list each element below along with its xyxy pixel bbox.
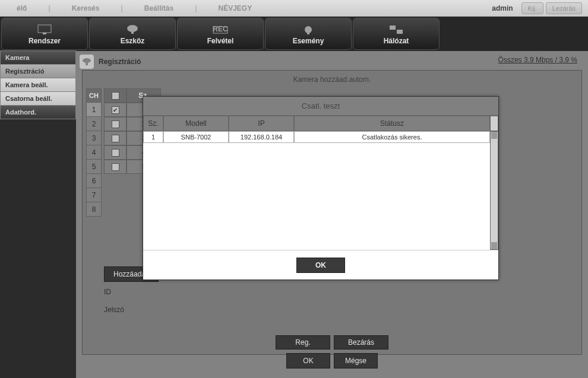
hdr-sz: Sz. [143,116,163,131]
cell-ip: 192.168.0.184 [229,131,294,143]
scroll-up-icon[interactable] [491,132,497,139]
cell-status: Csatlakozás sikeres. [294,131,490,143]
cell-sz: 1 [143,131,163,143]
scroll-down-icon[interactable] [491,242,497,249]
scrollbar[interactable] [490,131,498,250]
hdr-model: Modell [163,116,229,131]
connection-test-dialog: Csatl. teszt Sz. Modell IP Státusz 1 SNB… [143,96,499,280]
dialog-table-header: Sz. Modell IP Státusz [143,116,498,131]
hdr-ip: IP [229,116,294,131]
dialog-body: 1 SNB-7002 192.168.0.184 Csatlakozás sik… [143,131,498,250]
hdr-status: Státusz [294,116,490,131]
modal-overlay: Csatl. teszt Sz. Modell IP Státusz 1 SNB… [0,0,588,378]
result-row[interactable]: 1 SNB-7002 192.168.0.184 Csatlakozás sik… [143,131,490,143]
dialog-ok-button[interactable]: OK [296,258,345,273]
scrollbar-gutter [490,116,498,131]
dialog-title: Csatl. teszt [143,97,498,116]
cell-model: SNB-7002 [163,131,229,143]
